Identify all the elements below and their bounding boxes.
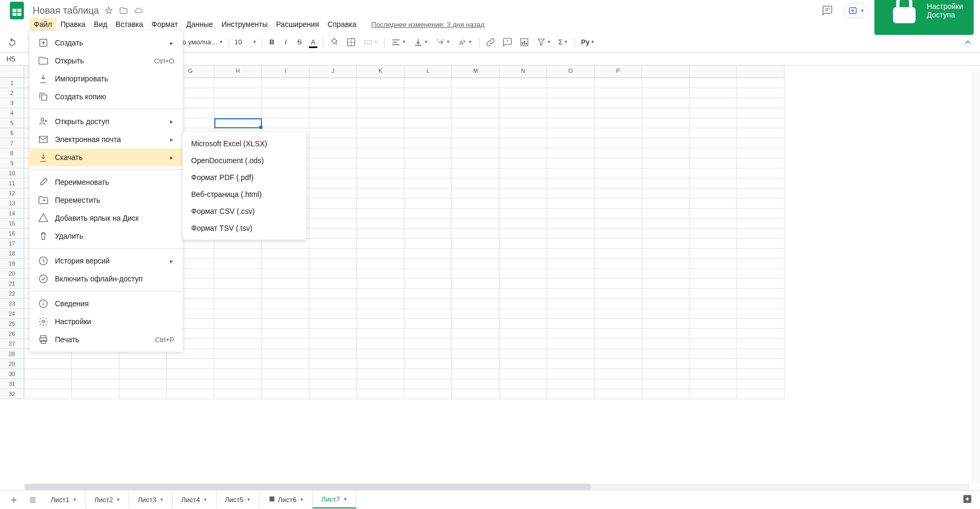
row-header[interactable]: 31 xyxy=(0,379,24,389)
cell[interactable] xyxy=(690,118,737,128)
row-header[interactable]: 1 xyxy=(0,78,24,88)
row-header[interactable]: 10 xyxy=(0,168,24,178)
cell[interactable] xyxy=(595,369,642,379)
cell[interactable] xyxy=(404,339,452,349)
fill-color-button[interactable] xyxy=(326,35,342,49)
cell[interactable] xyxy=(214,389,262,399)
cell[interactable] xyxy=(309,289,357,299)
cell[interactable] xyxy=(547,188,595,199)
cell[interactable] xyxy=(404,329,452,339)
cell[interactable] xyxy=(357,118,404,128)
cell[interactable] xyxy=(690,309,737,319)
menu-расширения[interactable]: Расширения xyxy=(272,18,323,31)
cell[interactable] xyxy=(452,98,500,108)
cell[interactable] xyxy=(737,249,785,259)
cell[interactable] xyxy=(690,158,737,168)
cell[interactable] xyxy=(547,389,595,399)
cell[interactable] xyxy=(642,188,690,199)
cell[interactable] xyxy=(404,269,452,279)
cell[interactable] xyxy=(547,88,595,98)
cell[interactable] xyxy=(309,158,357,168)
col-header[interactable]: K xyxy=(357,65,404,78)
cell[interactable] xyxy=(357,168,404,178)
cell[interactable] xyxy=(737,138,785,148)
bold-button[interactable]: B xyxy=(266,35,278,49)
row-header[interactable]: 21 xyxy=(0,279,24,289)
cell[interactable] xyxy=(309,349,357,359)
cell[interactable] xyxy=(452,199,500,209)
cell[interactable] xyxy=(357,239,404,249)
cell[interactable] xyxy=(214,349,262,359)
cell[interactable] xyxy=(690,239,737,249)
cell[interactable] xyxy=(309,339,357,349)
row-header[interactable]: 32 xyxy=(0,389,24,399)
star-icon[interactable] xyxy=(105,6,113,15)
row-header[interactable]: 7 xyxy=(0,138,24,148)
cell[interactable] xyxy=(547,239,595,249)
cell[interactable] xyxy=(737,229,785,239)
menu-item-gear[interactable]: Настройки xyxy=(30,313,183,331)
cell[interactable] xyxy=(452,279,500,289)
font-select[interactable]: По умолча…▼ xyxy=(175,37,225,47)
cell[interactable] xyxy=(690,339,737,349)
cell[interactable] xyxy=(642,98,690,108)
cell[interactable] xyxy=(357,148,404,158)
row-header[interactable]: 28 xyxy=(0,349,24,359)
cell[interactable] xyxy=(452,369,500,379)
cell[interactable] xyxy=(737,369,785,379)
cell[interactable] xyxy=(595,299,642,309)
cell[interactable] xyxy=(404,349,452,359)
cell[interactable] xyxy=(642,158,690,168)
cell[interactable] xyxy=(404,259,452,269)
cell[interactable] xyxy=(595,128,642,138)
col-header[interactable]: I xyxy=(262,65,309,78)
cell[interactable] xyxy=(214,379,262,389)
cell[interactable] xyxy=(642,168,690,178)
cell[interactable] xyxy=(547,199,595,209)
cell[interactable] xyxy=(595,209,642,219)
cell[interactable] xyxy=(357,138,404,148)
cell[interactable] xyxy=(690,299,737,309)
cell[interactable] xyxy=(642,339,690,349)
cell[interactable] xyxy=(452,209,500,219)
cell[interactable] xyxy=(309,359,357,369)
cell[interactable] xyxy=(500,88,547,98)
collapse-button[interactable] xyxy=(960,35,976,49)
cell[interactable] xyxy=(214,98,262,108)
row-header[interactable]: 16 xyxy=(0,229,24,239)
cell[interactable] xyxy=(262,259,309,269)
cell[interactable] xyxy=(595,379,642,389)
italic-button[interactable]: I xyxy=(279,35,292,49)
cell[interactable] xyxy=(357,199,404,209)
cell[interactable] xyxy=(737,78,785,88)
cell[interactable] xyxy=(690,188,737,199)
cell[interactable] xyxy=(547,279,595,289)
cell[interactable] xyxy=(547,158,595,168)
cell[interactable] xyxy=(404,98,452,108)
last-edit[interactable]: Последнее изменение: 3 дня назад xyxy=(371,21,484,29)
cell[interactable] xyxy=(595,188,642,199)
cell[interactable] xyxy=(357,369,404,379)
cell[interactable] xyxy=(595,199,642,209)
menu-item-download[interactable]: Скачать► xyxy=(30,148,183,166)
cell[interactable] xyxy=(357,178,404,188)
menu-item-plus-box[interactable]: Создать► xyxy=(30,34,183,52)
cell[interactable] xyxy=(262,389,309,399)
cell[interactable] xyxy=(547,359,595,369)
cell[interactable] xyxy=(452,379,500,389)
cell[interactable] xyxy=(642,138,690,148)
row-header[interactable]: 22 xyxy=(0,289,24,299)
cell[interactable] xyxy=(595,178,642,188)
cell[interactable] xyxy=(262,299,309,309)
menu-item-person-add[interactable]: Открыть доступ► xyxy=(30,112,183,130)
cell[interactable] xyxy=(500,138,547,148)
cell[interactable] xyxy=(452,138,500,148)
cell[interactable] xyxy=(547,229,595,239)
cell[interactable] xyxy=(357,128,404,138)
col-header[interactable]: O xyxy=(547,65,595,78)
cell[interactable] xyxy=(595,329,642,339)
cell[interactable] xyxy=(642,269,690,279)
cell[interactable] xyxy=(642,88,690,98)
cell[interactable] xyxy=(595,359,642,369)
cell[interactable] xyxy=(167,359,214,369)
